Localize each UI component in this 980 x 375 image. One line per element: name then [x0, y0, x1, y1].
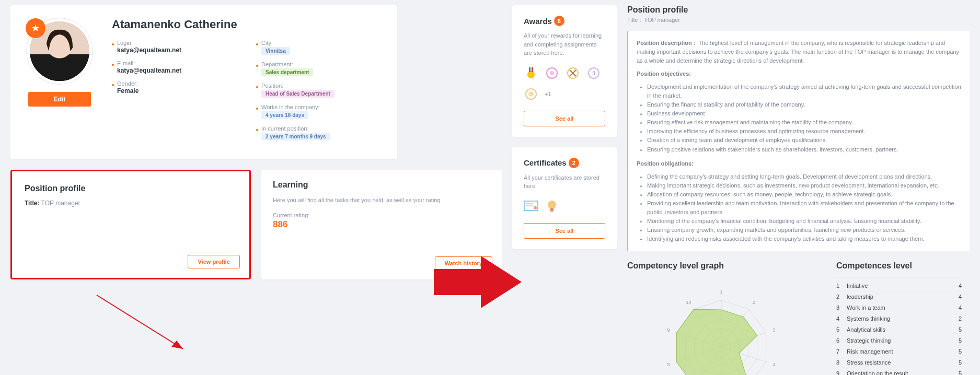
medal-icon: [524, 66, 538, 80]
dept-chip: Sales department: [261, 68, 313, 76]
obligation-item: Identifying and reducing risks associate…: [647, 235, 961, 243]
position-title-value: TOP manager: [41, 200, 80, 207]
competences-table: 1Initiative42leadership43Work in a team4…: [836, 277, 962, 375]
graph-title: Competency level graph: [627, 261, 724, 271]
right-sub-value: TOP manager: [644, 17, 680, 23]
profile-name: Atamanenko Catherine: [112, 18, 385, 31]
svg-point-19: [534, 206, 537, 209]
svg-point-4: [527, 71, 535, 78]
obligation-item: Monitoring of the company's financial co…: [647, 217, 961, 226]
svg-text:4: 4: [773, 362, 775, 367]
competences-title: Competences level: [836, 261, 962, 271]
works-chip: 4 years 18 days: [261, 111, 308, 119]
right-header: Position profile: [627, 5, 970, 15]
description-box: Position description : The highest level…: [627, 31, 970, 251]
svg-text:10: 10: [686, 300, 691, 305]
objective-item: Creation of a strong team and developmen…: [647, 136, 961, 145]
position-profile-card: Position profile Title: TOP manager View…: [10, 170, 251, 279]
objective-item: Ensuring the financial stability and pro…: [647, 100, 961, 109]
dept-label: Department:: [261, 61, 385, 67]
competence-row: 6Strategic thinking5: [836, 335, 962, 346]
city-label: City:: [261, 40, 385, 46]
objectives-list: Development and implementation of the co…: [637, 83, 961, 154]
svg-marker-47: [676, 309, 757, 375]
radar-chart: 12345678910: [645, 277, 797, 375]
obligation-item: Making important strategic decisions, su…: [647, 181, 961, 190]
svg-text:3: 3: [592, 71, 595, 76]
objective-item: Ensuring positive relations with stakeho…: [647, 145, 961, 154]
svg-text:2: 2: [753, 300, 755, 305]
desc-label: Position description :: [637, 40, 695, 46]
learning-title: Learning: [273, 180, 490, 190]
works-label: Works in the company:: [261, 104, 385, 110]
gender-label: Gender:: [117, 80, 240, 87]
certificates-title: Certificates: [524, 158, 567, 167]
svg-marker-48: [434, 256, 522, 308]
competence-row: 2leadership4: [836, 291, 962, 302]
learning-desc: Here you will find all the tasks that yo…: [273, 196, 490, 205]
objectives-label: Position objectives:: [637, 71, 691, 77]
svg-rect-5: [529, 67, 531, 72]
svg-text:3: 3: [773, 327, 775, 333]
crossed-tools-icon: [566, 66, 580, 80]
avatar-ring: [26, 18, 93, 85]
edit-button[interactable]: Edit: [28, 92, 91, 107]
profile-card: Edit Atamanenko Catherine Login:katya@eq…: [10, 5, 397, 159]
right-sub-label: Title :: [627, 17, 641, 23]
svg-text:1: 1: [720, 289, 722, 295]
svg-rect-21: [550, 208, 554, 212]
rating-value: 886: [273, 219, 490, 230]
gender-value: Female: [117, 87, 240, 95]
big-arrow-annotation-icon: [434, 253, 523, 312]
competence-row: 9Orientation on the result5: [836, 368, 962, 375]
certificates-card: Certificates 2 All your certificates are…: [512, 147, 617, 249]
competence-row: 8Stress resistance5: [836, 357, 962, 368]
certificate-icon-2: [545, 199, 559, 214]
city-chip: Vinnitsa: [261, 47, 290, 55]
position-label: Position:: [261, 83, 385, 89]
trophy-icon: 3: [586, 66, 601, 80]
awards-see-all-button[interactable]: See all: [524, 111, 605, 126]
rating-label: Current rating:: [273, 212, 490, 218]
obligation-item: Ensuring company growth, expanding marke…: [647, 226, 961, 235]
svg-rect-6: [532, 67, 533, 72]
curpos-chip: 2 years 7 months 9 days: [261, 133, 330, 140]
objective-item: Improving the efficiency of business pro…: [647, 127, 961, 136]
position-chip: Head of Sales Department: [261, 90, 335, 98]
certificates-count-badge: 2: [569, 158, 579, 168]
view-profile-button[interactable]: View profile: [188, 255, 240, 268]
position-profile-panel: Position profile Title : TOP manager Pos…: [627, 5, 970, 375]
login-value: katya@equalteam.net: [117, 46, 240, 54]
awards-extra: +1: [545, 91, 551, 97]
competence-row: 3Work in a team4: [836, 302, 962, 313]
competence-row: 1Initiative4: [836, 280, 962, 291]
obligation-item: Defining the company's strategy and sett…: [647, 172, 961, 181]
star-badge-icon: [26, 18, 45, 38]
svg-rect-3: [49, 58, 70, 81]
svg-point-8: [550, 71, 554, 75]
obligations-label: Position obligations:: [637, 160, 694, 167]
competence-row: 5Analytical skills5: [836, 324, 962, 335]
objective-item: Business development.: [647, 109, 961, 118]
email-label: E-mail:: [117, 60, 240, 66]
small-arrow-annotation-icon: [94, 292, 199, 362]
obligation-item: Allocation of company resources, such as…: [647, 190, 961, 199]
competence-row: 7Risk management5: [836, 346, 962, 357]
email-value: katya@equalteam.net: [117, 67, 240, 74]
curpos-label: In current position:: [261, 125, 385, 132]
objective-item: Ensuring effective risk management and m…: [647, 118, 961, 127]
objective-item: Development and implementation of the co…: [647, 83, 961, 100]
awards-title: Awards: [524, 17, 552, 26]
login-label: Login:: [117, 40, 240, 46]
circle-badge-icon: [524, 87, 538, 101]
certificates-see-all-button[interactable]: See all: [524, 223, 605, 239]
svg-marker-50: [171, 341, 183, 349]
position-title-label: Title:: [25, 200, 39, 207]
svg-point-15: [528, 91, 534, 97]
competence-row: 4Systems thinking2: [836, 313, 962, 324]
obligations-list: Defining the company's strategy and sett…: [637, 172, 961, 243]
svg-point-20: [548, 201, 556, 209]
svg-text:9: 9: [667, 327, 670, 333]
awards-card: Awards 6 All of your rewards for learnin…: [512, 5, 617, 137]
awards-count-badge: 6: [554, 16, 564, 26]
